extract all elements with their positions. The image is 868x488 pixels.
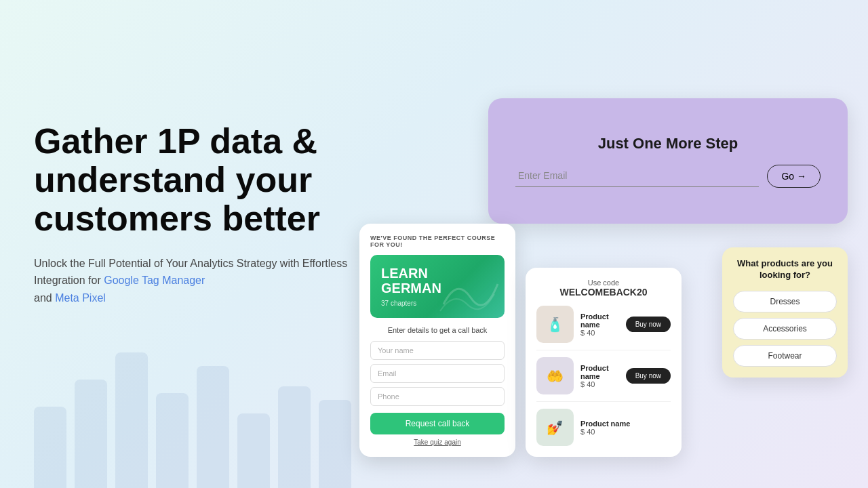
product-name-2: Product name	[580, 364, 619, 380]
product-filter-title: What products are you looking for?	[733, 258, 837, 281]
product-price-1: $ 40	[580, 329, 619, 337]
email-capture-card: Just One More Step Go →	[488, 98, 848, 224]
bar-4	[156, 393, 189, 488]
product-info-1: Product name $ 40	[580, 312, 619, 337]
quiz-tag: WE'VE FOUND THE PERFECT COURSE FOR YOU!	[370, 235, 505, 248]
quiz-card: WE'VE FOUND THE PERFECT COURSE FOR YOU! …	[359, 224, 515, 457]
bar-5	[197, 366, 229, 488]
product-row-3: 💅 Product name $ 40	[536, 409, 671, 446]
product-filter-card: What products are you looking for? Dress…	[722, 247, 848, 378]
bar-3	[115, 352, 148, 488]
product-image-1: 🧴	[536, 306, 574, 343]
promo-label: Use code	[536, 279, 671, 287]
quiz-name-input[interactable]	[370, 341, 505, 360]
right-section: Just One More Step Go → WE'VE FOUND THE …	[353, 0, 868, 488]
ecommerce-card: Use code WELCOMEBACK20 🧴 Product name $ …	[526, 268, 682, 457]
promo-section: Use code WELCOMEBACK20	[536, 279, 671, 298]
course-wave-icon	[437, 264, 505, 318]
product-image-2: 🤲	[536, 357, 574, 394]
bar-2	[75, 380, 107, 488]
meta-link[interactable]: Meta Pixel	[55, 292, 106, 304]
quiz-email-input[interactable]	[370, 364, 505, 383]
quiz-subtitle: Enter details to get a call back	[370, 326, 505, 334]
email-card-title: Just One More Step	[598, 135, 738, 152]
bar-1	[34, 407, 66, 488]
gtm-link[interactable]: Google Tag Manager	[104, 274, 205, 286]
bar-6	[237, 413, 270, 488]
go-button[interactable]: Go →	[767, 165, 821, 188]
email-row: Go →	[515, 165, 821, 188]
product-row-2: 🤲 Product name $ 40 Buy now	[536, 357, 671, 402]
course-banner: LEARNGERMAN 37 chapters	[370, 255, 505, 318]
request-callback-button[interactable]: Request call back	[370, 413, 505, 434]
option-footwear[interactable]: Footwear	[733, 345, 837, 367]
product-price-3: $ 40	[580, 428, 671, 436]
product-name-1: Product name	[580, 312, 619, 329]
promo-code: WELCOMEBACK20	[536, 287, 671, 298]
buy-button-2[interactable]: Buy now	[626, 368, 671, 384]
sub-text: Unlock the Full Potential of Your Analyt…	[34, 255, 387, 307]
buy-button-1[interactable]: Buy now	[626, 317, 671, 332]
quiz-phone-input[interactable]	[370, 387, 505, 406]
product-name-3: Product name	[580, 420, 671, 428]
option-dresses[interactable]: Dresses	[733, 291, 837, 312]
product-info-3: Product name $ 40	[580, 420, 671, 436]
bars-decoration	[34, 352, 351, 488]
bar-8	[319, 400, 351, 488]
bar-7	[278, 386, 311, 488]
email-input[interactable]	[515, 165, 759, 187]
subtext-middle: and	[34, 292, 52, 304]
product-row-1: 🧴 Product name $ 40 Buy now	[536, 306, 671, 350]
product-price-2: $ 40	[580, 380, 619, 388]
take-quiz-again-link[interactable]: Take quiz again	[370, 439, 505, 446]
product-info-2: Product name $ 40	[580, 364, 619, 388]
option-accessories[interactable]: Accessories	[733, 318, 837, 340]
product-image-3: 💅	[536, 409, 574, 446]
